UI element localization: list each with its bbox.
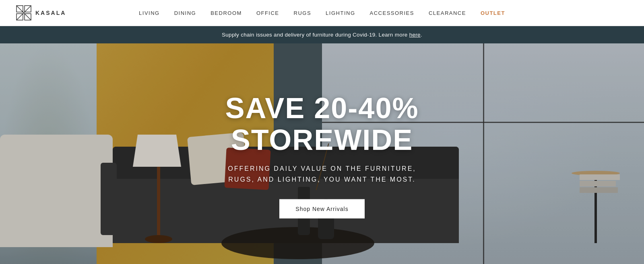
nav-item-lighting[interactable]: LIGHTING <box>326 10 355 16</box>
nav-item-office[interactable]: OFFICE <box>256 10 279 16</box>
hero-subtext-line1: OFFERING DAILY VALUE ON THE FURNITURE, <box>228 165 416 172</box>
announcement-period: . <box>421 32 422 38</box>
announcement-link[interactable]: here <box>409 32 421 38</box>
announcement-text: Supply chain issues and delivery of furn… <box>222 32 409 38</box>
hero-section: SAVE 20-40% STOREWIDE OFFERING DAILY VAL… <box>0 43 644 264</box>
hero-subtext-line2: RUGS, AND LIGHTING, YOU WANT THE MOST. <box>228 176 415 183</box>
nav-item-dining[interactable]: DINING <box>174 10 196 16</box>
announcement-banner: Supply chain issues and delivery of furn… <box>0 26 644 43</box>
nav-item-outlet[interactable]: OUTLET <box>481 10 505 16</box>
nav-item-accessories[interactable]: ACCESSORIES <box>370 10 414 16</box>
logo-text: KASALA <box>35 10 66 16</box>
hero-content: SAVE 20-40% STOREWIDE OFFERING DAILY VAL… <box>141 92 503 219</box>
main-nav: LIVING DINING BEDROOM OFFICE RUGS LIGHTI… <box>139 10 505 16</box>
nav-item-bedroom[interactable]: BEDROOM <box>211 10 242 16</box>
shop-new-arrivals-button[interactable]: Shop New Arrivals <box>279 199 364 219</box>
logo-icon <box>16 5 31 20</box>
nav-item-rugs[interactable]: RUGS <box>294 10 312 16</box>
logo-link[interactable]: KASALA <box>16 5 66 20</box>
hero-subtext: OFFERING DAILY VALUE ON THE FURNITURE, R… <box>141 163 503 185</box>
site-header: KASALA LIVING DINING BEDROOM OFFICE RUGS… <box>0 0 644 26</box>
nav-item-living[interactable]: LIVING <box>139 10 160 16</box>
hero-headline: SAVE 20-40% STOREWIDE <box>141 92 503 156</box>
nav-item-clearance[interactable]: CLEARANCE <box>429 10 466 16</box>
